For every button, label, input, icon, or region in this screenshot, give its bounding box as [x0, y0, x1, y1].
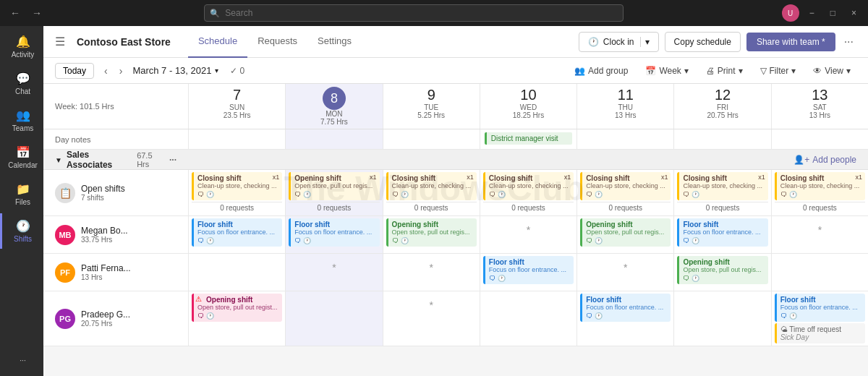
view-icon: 👁 — [813, 66, 822, 76]
megan-cell-3: * — [480, 216, 576, 253]
day-num-0: 7 — [189, 87, 285, 103]
tab-settings[interactable]: Settings — [307, 26, 362, 58]
open-shift-card-1[interactable]: Opening shift Open store, pull out regis… — [289, 172, 379, 200]
add-people-button[interactable]: 👤+ Add people — [793, 155, 856, 165]
check-count: ✓ 0 — [230, 66, 245, 76]
section-name: Sales Associates — [67, 150, 132, 170]
megan-cell-1: Floor shift Focus on floor entrance. ...… — [285, 216, 382, 253]
add-group-button[interactable]: 👥 Add group — [569, 64, 634, 78]
view-button[interactable]: 👁 View ▾ — [807, 64, 856, 78]
requests-bar-3: 0 requests — [483, 202, 574, 213]
notes-row: Day notes District manager visit — [43, 129, 868, 150]
section-more-button[interactable]: ··· — [169, 155, 176, 165]
day-hrs-5: 20.75 Hrs — [674, 111, 770, 119]
day-num-6: 13 — [772, 87, 868, 103]
megan-shift-2[interactable]: Opening shift Open store, pull out regis… — [386, 218, 477, 247]
date-dropdown-icon[interactable]: ▾ — [215, 67, 218, 74]
day-num-1: 8 — [323, 87, 346, 110]
pradeep-shift-0[interactable]: ⚠ Opening shift Open store, pull out reg… — [192, 294, 282, 322]
open-shift-cell-1: Opening shift Open store, pull out regis… — [285, 170, 382, 215]
hamburger-icon[interactable]: ☰ — [55, 35, 65, 48]
megan-shift-5[interactable]: Floor shift Focus on floor entrance. ...… — [677, 218, 767, 247]
patti-cell-4: * — [576, 254, 673, 291]
patti-cell-0 — [188, 254, 285, 291]
patti-shift-3[interactable]: Floor shift Focus on floor entrance. ...… — [483, 256, 574, 284]
patti-shift-5[interactable]: Opening shift Open store, pull out regis… — [677, 256, 767, 284]
sidebar-label-shifts: Shifts — [14, 235, 32, 243]
forward-button[interactable]: → — [27, 4, 46, 22]
sidebar-item-teams[interactable]: 👥 Teams — [0, 103, 43, 138]
subtoolbar-right: 👥 Add group 📅 Week ▾ 🖨 Print ▾ ▽ Filter … — [569, 64, 856, 78]
megan-shift-4[interactable]: Opening shift Open store, pull out regis… — [580, 218, 671, 247]
back-button[interactable]: ← — [6, 4, 25, 22]
pradeep-shift-4[interactable]: Floor shift Focus on floor entrance. ...… — [580, 294, 671, 322]
copy-schedule-button[interactable]: Copy schedule — [665, 32, 741, 52]
sidebar-item-calendar[interactable]: 📅 Calendar — [0, 140, 43, 175]
notes-label: Day notes — [43, 129, 188, 149]
day-name-1: Mon — [286, 110, 382, 118]
clock-in-button[interactable]: 🕐 Clock in ▾ — [579, 32, 659, 52]
filter-button[interactable]: ▽ Filter ▾ — [754, 64, 802, 78]
today-button[interactable]: Today — [55, 63, 94, 79]
patti-name: Patti Ferna... — [81, 263, 131, 273]
add-people-icon: 👤+ — [793, 155, 809, 165]
tab-schedule[interactable]: Schedule — [188, 26, 247, 58]
tab-requests[interactable]: Requests — [247, 26, 307, 58]
sidebar-item-more[interactable]: ··· — [0, 351, 43, 370]
sidebar-label-calendar: Calendar — [8, 161, 38, 169]
open-shift-card-2[interactable]: Closing shift Clean-up store, checking .… — [386, 172, 477, 200]
pradeep-shift-6[interactable]: Floor shift Focus on floor entrance. ...… — [775, 294, 865, 322]
patti-asterisk-1: * — [289, 256, 379, 273]
requests-bar-1: 0 requests — [289, 202, 379, 213]
sidebar-item-files[interactable]: 📁 Files — [0, 176, 43, 212]
sidebar-label-chat: Chat — [15, 87, 30, 95]
section-collapse-icon[interactable]: ▼ — [55, 156, 62, 164]
time-off-card[interactable]: 🌤 Time off request Sick Day — [775, 323, 865, 343]
maximize-button[interactable]: □ — [825, 5, 841, 21]
megan-shift-0[interactable]: Floor shift Focus on floor entrance. ...… — [192, 218, 282, 247]
pradeep-cell-4: Floor shift Focus on floor entrance. ...… — [576, 291, 673, 346]
close-button[interactable]: × — [846, 5, 862, 21]
sidebar-label-files: Files — [15, 198, 30, 206]
sidebar-item-shifts[interactable]: 🕐 Shifts — [0, 213, 43, 249]
open-shift-card-0[interactable]: Closing shift Clean-up store, checking .… — [192, 172, 282, 200]
employee-info-patti: PF Patti Ferna... 13 Hrs — [43, 254, 188, 291]
prev-week-button[interactable]: ‹ — [100, 64, 112, 78]
requests-bar-5: 0 requests — [677, 202, 767, 213]
activity-icon: 🔔 — [16, 35, 30, 48]
megan-cell-4: Opening shift Open store, pull out regis… — [576, 216, 673, 253]
open-shift-card-6[interactable]: Closing shift Clean-up store, checking .… — [775, 172, 865, 200]
search-input[interactable] — [204, 4, 624, 22]
megan-shift-1[interactable]: Floor shift Focus on floor entrance. ...… — [289, 218, 379, 247]
open-shift-cell-0: Closing shift Clean-up store, checking .… — [188, 170, 285, 215]
titlebar-right: U − □ × — [782, 4, 862, 22]
open-shift-card-4[interactable]: Closing shift Clean-up store, checking .… — [580, 172, 671, 200]
day-hrs-3: 18.25 Hrs — [480, 111, 576, 119]
share-button[interactable]: Share with team * — [746, 33, 835, 51]
notes-cell-6 — [771, 129, 868, 149]
day-name-3: Wed — [480, 103, 576, 111]
filter-dropdown-icon: ▾ — [791, 66, 796, 76]
pradeep-asterisk-2: * — [386, 294, 477, 311]
topbar-right: 🕐 Clock in ▾ Copy schedule Share with te… — [579, 32, 856, 52]
open-shift-card-5[interactable]: Closing shift Clean-up store, checking .… — [677, 172, 767, 200]
megan-cell-0: Floor shift Focus on floor entrance. ...… — [188, 216, 285, 253]
open-shifts-row: 📋 Open shifts 7 shifts Closing shift Cle… — [43, 170, 868, 216]
next-week-button[interactable]: › — [115, 64, 127, 78]
more-options-button[interactable]: ··· — [841, 33, 856, 51]
sidebar-label-teams: Teams — [12, 124, 33, 132]
clock-dropdown-arrow[interactable]: ▾ — [640, 37, 650, 47]
minimize-button[interactable]: − — [804, 5, 820, 21]
day-hrs-0: 23.5 Hrs — [189, 111, 285, 119]
patti-cell-3: Floor shift Focus on floor entrance. ...… — [480, 254, 576, 291]
patti-cell-5: Opening shift Open store, pull out regis… — [673, 254, 770, 291]
employee-row-megan: MB Megan Bo... 33.75 Hrs Floor shift Foc… — [43, 216, 868, 254]
sidebar-item-chat[interactable]: 💬 Chat — [0, 66, 43, 101]
week-button[interactable]: 📅 Week ▾ — [639, 64, 694, 78]
open-shift-card-3[interactable]: Closing shift Clean-up store, checking .… — [483, 172, 574, 200]
print-button[interactable]: 🖨 Print ▾ — [700, 64, 749, 78]
app-layout: 🔔 Activity 💬 Chat 👥 Teams 📅 Calendar 📁 F… — [0, 26, 868, 376]
sidebar-item-activity[interactable]: 🔔 Activity — [0, 29, 43, 64]
check-icon: ✓ — [230, 66, 237, 76]
day-name-2: Tue — [383, 103, 480, 111]
